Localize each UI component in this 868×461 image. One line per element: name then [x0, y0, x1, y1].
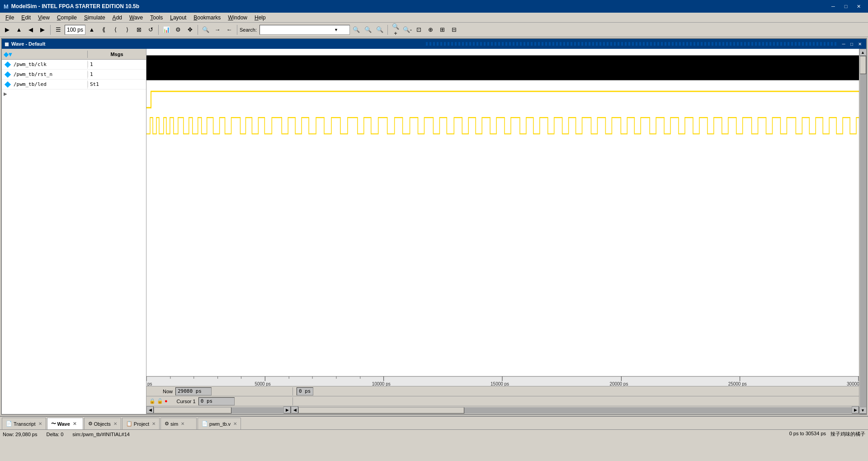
search-dropdown-icon[interactable]: ▼: [334, 28, 338, 32]
svg-text:10000 ps: 10000 ps: [372, 381, 391, 386]
svg-text:30000 p: 30000 p: [847, 381, 859, 386]
tb-sep-4: [237, 25, 237, 35]
menu-compile[interactable]: Compile: [53, 14, 80, 22]
unlock-icon[interactable]: 🔓: [157, 398, 163, 404]
menu-window[interactable]: Window: [224, 14, 251, 22]
search-input[interactable]: [262, 27, 334, 33]
tab-wave[interactable]: 〜 Wave ✕: [47, 418, 83, 429]
lock-icon[interactable]: 🔒: [149, 398, 156, 404]
tb-back-button[interactable]: ◀: [25, 24, 36, 35]
menu-edit[interactable]: Edit: [18, 14, 34, 22]
menu-help[interactable]: Help: [251, 14, 269, 22]
signal-header-icon[interactable]: ◆▾: [4, 51, 12, 58]
tb-config-button[interactable]: ⚙: [173, 24, 184, 35]
tb-list-button[interactable]: ☰: [53, 24, 64, 35]
pwmtb-icon: 📄: [202, 421, 208, 427]
search-box[interactable]: ▼: [259, 25, 350, 35]
v-scroll-track[interactable]: [860, 56, 866, 407]
tab-sim[interactable]: ⚙ sim ✕: [160, 418, 197, 429]
pwmtb-close[interactable]: ✕: [233, 421, 237, 426]
v-scroll-thumb[interactable]: [860, 56, 866, 74]
minimize-button[interactable]: ─: [827, 2, 839, 11]
tb-search-prev[interactable]: ←: [224, 24, 235, 35]
signal-value-rstn: 1: [88, 71, 133, 77]
cursor-time-value: 0 ps: [297, 387, 313, 395]
tb-step-back[interactable]: ⟨: [110, 24, 121, 35]
signal-row[interactable]: /pwm_tb/led St1: [2, 80, 146, 89]
wave-titlebar: ▦ Wave - Default ─ □ ✕: [2, 39, 866, 49]
tb-waveform-button[interactable]: 📊: [161, 24, 172, 35]
signal-msgs-col-header: Msgs: [88, 52, 146, 57]
tb-time-value: 100 ps: [67, 27, 83, 33]
signal-name-clk: /pwm_tb/clk: [12, 61, 85, 67]
menu-tools[interactable]: Tools: [146, 14, 166, 22]
tb-marker-button[interactable]: ⊟: [449, 24, 460, 35]
h-scroll-left-left[interactable]: ◀: [146, 406, 154, 414]
wave-maximize-btn[interactable]: □: [848, 40, 855, 47]
menu-layout[interactable]: Layout: [166, 14, 190, 22]
wave-canvas-area[interactable]: [146, 49, 859, 376]
tb-zoom-in-button[interactable]: 🔍+: [390, 24, 401, 35]
signal-value-clk: 1: [88, 61, 133, 67]
menu-view[interactable]: View: [34, 14, 53, 22]
svg-text:25000 ps: 25000 ps: [728, 381, 747, 386]
tb-zoom-menu[interactable]: 🔍: [200, 24, 211, 35]
signal-row[interactable]: /pwm_tb/clk 1: [2, 60, 146, 70]
tb-stop-button[interactable]: ↺: [145, 24, 156, 35]
tb-sep-3: [198, 25, 198, 35]
expand-icon: ▶: [4, 91, 7, 96]
tb-zoom-fit-button[interactable]: ⊡: [414, 24, 425, 35]
wave-info-bar: Now 29080 ps 0 ps: [146, 386, 859, 396]
tb-up-button[interactable]: ▲: [14, 24, 24, 35]
timeline-row: ps 5000 ps 10000 ps 15000 ps 20000 ps: [146, 376, 859, 386]
tb-run-button[interactable]: ▶: [2, 24, 13, 35]
tab-objects[interactable]: ⚙ Objects ✕: [84, 418, 121, 429]
menu-wave[interactable]: Wave: [126, 14, 146, 22]
signal-panel: ◆▾ Msgs /pwm_tb/clk 1: [2, 49, 146, 414]
app-title: ModelSim - INTEL FPGA STARTER EDITION 10…: [11, 3, 827, 9]
tb-find-button1[interactable]: 🔍: [351, 24, 362, 35]
h-scroll-right-left[interactable]: ◀: [291, 406, 298, 414]
tab-project[interactable]: 📋 Project ✕: [122, 418, 160, 429]
tb-zoom-out-button[interactable]: 🔍-: [402, 24, 413, 35]
h-scroll-left-right[interactable]: ▶: [283, 406, 291, 414]
search-label: Search:: [240, 27, 257, 33]
h-scroll-right-right[interactable]: ▶: [852, 406, 859, 414]
v-scroll-up[interactable]: ▲: [859, 49, 867, 56]
menu-simulate[interactable]: Simulate: [80, 14, 109, 22]
menu-add[interactable]: Add: [109, 14, 126, 22]
tb-break-button[interactable]: ⊠: [133, 24, 144, 35]
v-scroll-down[interactable]: ▼: [859, 407, 867, 414]
wave-close-btn[interactable]: ✕: [856, 40, 863, 47]
tb-time-up[interactable]: ▲: [86, 24, 97, 35]
close-button[interactable]: ✕: [853, 2, 864, 11]
tb-zoom-full-button[interactable]: ⊞: [437, 24, 448, 35]
project-close[interactable]: ✕: [152, 421, 156, 426]
wave-tab-close[interactable]: ✕: [73, 421, 76, 426]
tab-transcript[interactable]: 📄 Transcript ✕: [2, 418, 46, 429]
menu-bookmarks[interactable]: Bookmarks: [190, 14, 224, 22]
expand-row[interactable]: ▶: [2, 89, 146, 98]
tb-restart-button[interactable]: ⟪: [98, 24, 109, 35]
wave-minimize-btn[interactable]: ─: [840, 40, 847, 47]
sim-close[interactable]: ✕: [181, 421, 184, 426]
tb-find-button2[interactable]: 🔍: [363, 24, 373, 35]
maximize-button[interactable]: □: [840, 2, 852, 11]
waveform-svg: [146, 49, 859, 376]
transcript-close[interactable]: ✕: [38, 421, 42, 426]
objects-label: Objects: [94, 421, 111, 427]
tb-search-next[interactable]: →: [212, 24, 223, 35]
objects-close[interactable]: ✕: [113, 421, 117, 426]
signal-row[interactable]: /pwm_tb/rst_n 1: [2, 70, 146, 80]
status-bar: Now: 29,080 ps Delta: 0 sim:/pwm_tb/#INI…: [0, 429, 868, 438]
status-right: 0 ps to 30534 ps 辣子鸡味的橘子: [789, 431, 865, 437]
tb-step-forward[interactable]: ⟩: [122, 24, 132, 35]
tb-find-button3[interactable]: 🔍: [374, 24, 385, 35]
tb-cursor-button[interactable]: ✥: [184, 24, 195, 35]
tb-zoom-cursor-button[interactable]: ⊕: [425, 24, 436, 35]
status-delta: Delta: 0: [46, 432, 63, 437]
menu-file[interactable]: File: [2, 14, 18, 22]
transcript-icon: 📄: [6, 421, 12, 427]
tb-forward-button[interactable]: ▶: [37, 24, 48, 35]
tab-pwm-tb[interactable]: 📄 pwm_tb.v ✕: [198, 418, 241, 429]
